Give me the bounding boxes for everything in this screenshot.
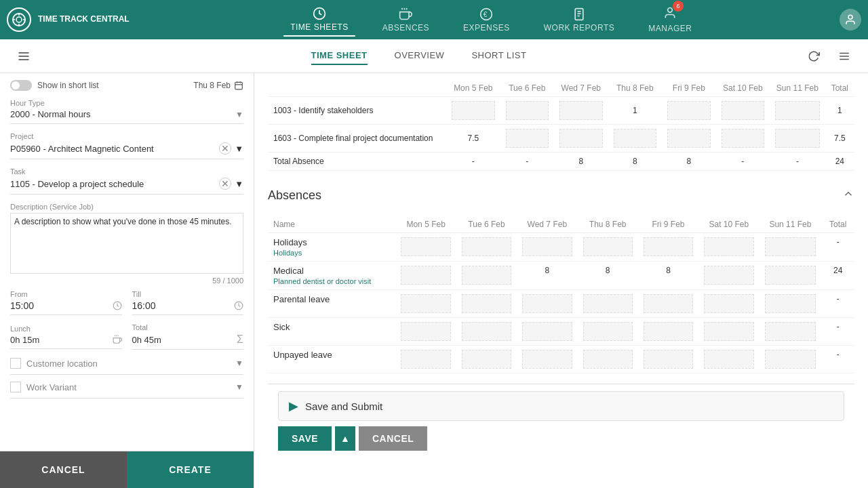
abs-cell-r3-c0[interactable] bbox=[401, 322, 450, 341]
abs-cell-r1-c0[interactable] bbox=[401, 266, 450, 285]
svg-point-1 bbox=[16, 17, 22, 22]
cell-r2-tue[interactable] bbox=[506, 129, 549, 148]
cell-r1-sat[interactable] bbox=[722, 101, 765, 120]
abs-cell-r2-c2[interactable] bbox=[522, 294, 572, 313]
abs-cell-r0-c3[interactable] bbox=[583, 237, 633, 256]
app-name: TIME TRACK CENTRAL bbox=[38, 14, 130, 25]
task-value-row[interactable]: 1105 - Develop a project schedule ✕ ▼ bbox=[10, 178, 243, 195]
save-and-submit-button[interactable]: ▶ Save and Submit bbox=[278, 391, 844, 421]
abs-cell-r0-c4[interactable] bbox=[644, 237, 693, 256]
tab-overview[interactable]: OVERVIEW bbox=[395, 47, 445, 65]
abs-cell-r0-c1[interactable] bbox=[462, 237, 511, 256]
total-fri: 8 bbox=[662, 152, 716, 171]
bottom-action-row: SAVE ▲ CANCEL bbox=[278, 426, 844, 451]
cell-r1-tue[interactable] bbox=[506, 101, 549, 120]
task-clear-button[interactable]: ✕ bbox=[219, 178, 231, 190]
abs-cell-r4-c1[interactable] bbox=[462, 350, 511, 369]
tab-time-sheet[interactable]: TIME SHEET bbox=[311, 47, 368, 65]
till-field: Till 16:00 bbox=[132, 290, 244, 315]
create-button[interactable]: CREATE bbox=[127, 451, 254, 488]
abs-cell-r0-c0[interactable] bbox=[401, 237, 450, 256]
time-row: From 15:00 Till 16:00 bbox=[10, 290, 243, 315]
avatar-button[interactable] bbox=[840, 9, 861, 30]
cell-r2-fri[interactable] bbox=[667, 129, 711, 148]
abs-cell-r1-c5[interactable] bbox=[704, 266, 753, 285]
abs-cell-r3-c5[interactable] bbox=[704, 322, 753, 341]
cell-r1-sun[interactable] bbox=[775, 101, 820, 120]
cell-r2-mon: 7.5 bbox=[446, 125, 500, 152]
nav-expenses[interactable]: € EXPENSES bbox=[456, 4, 517, 36]
from-label: From bbox=[10, 290, 122, 298]
abs-cell-r2-c6[interactable] bbox=[765, 294, 816, 313]
second-nav-tabs: TIME SHEET OVERVIEW SHORT LIST bbox=[41, 47, 797, 65]
lunch-value-row[interactable]: 0h 15m bbox=[10, 335, 122, 349]
work-variant-label: Work Variant bbox=[26, 382, 230, 392]
abs-cell-r4-c4[interactable] bbox=[644, 350, 693, 369]
total-sat: - bbox=[716, 152, 770, 171]
till-value-row[interactable]: 16:00 bbox=[132, 300, 244, 315]
abs-cell-r4-c3[interactable] bbox=[583, 350, 633, 369]
abs-cell-r3-c2[interactable] bbox=[522, 322, 572, 341]
abs-total-r1: 24 bbox=[821, 262, 854, 290]
save-arrow-button[interactable]: ▲ bbox=[335, 426, 355, 451]
cell-r1-fri[interactable] bbox=[667, 101, 711, 120]
nav-work-reports[interactable]: WORK REPORTS bbox=[537, 4, 621, 36]
svg-point-17 bbox=[848, 15, 852, 19]
save-button[interactable]: SAVE bbox=[278, 426, 332, 451]
cell-r1-wed[interactable] bbox=[559, 101, 603, 120]
abs-cell-r0-c6[interactable] bbox=[765, 237, 816, 256]
abs-cell-r4-c2[interactable] bbox=[522, 350, 572, 369]
nav-absences[interactable]: ABSENCES bbox=[376, 4, 436, 36]
abs-cell-r2-c4[interactable] bbox=[644, 294, 693, 313]
hour-type-value-row[interactable]: 2000 - Normal hours ▼ bbox=[10, 109, 243, 124]
abs-cell-r3-c6[interactable] bbox=[765, 322, 816, 341]
work-variant-dropdown-icon: ▼ bbox=[235, 382, 243, 392]
cancel-button-right[interactable]: CANCEL bbox=[359, 426, 427, 451]
nav-manager[interactable]: 6 MANAGER bbox=[642, 3, 698, 37]
save-submit-text: Save and Submit bbox=[305, 401, 382, 412]
col-thu: Thu 8 Feb bbox=[608, 80, 663, 97]
cell-r2-wed[interactable] bbox=[559, 129, 603, 148]
abs-cell-r2-c5[interactable] bbox=[704, 294, 753, 313]
abs-cell-r4-c6[interactable] bbox=[765, 350, 816, 369]
table-header-row: Mon 5 Feb Tue 6 Feb Wed 7 Feb Thu 8 Feb … bbox=[268, 80, 854, 97]
work-variant-checkbox[interactable] bbox=[10, 382, 21, 392]
work-variant-field: Work Variant ▼ bbox=[10, 382, 243, 399]
from-value-row[interactable]: 15:00 bbox=[10, 300, 122, 315]
hour-type-value: 2000 - Normal hours bbox=[10, 109, 91, 119]
nav-time-sheets[interactable]: TIME SHEETS bbox=[283, 3, 355, 37]
menu-button[interactable] bbox=[834, 46, 854, 66]
tab-short-list[interactable]: SHORT LIST bbox=[471, 47, 526, 65]
abs-cell-r3-c4[interactable] bbox=[644, 322, 693, 341]
cell-r1-mon[interactable] bbox=[452, 101, 495, 120]
cell-r2-thu[interactable] bbox=[614, 129, 657, 148]
save-submit-overlay: ▶ Save and Submit SAVE ▲ CANCEL bbox=[268, 384, 854, 458]
absences-table: Name Mon 5 Feb Tue 6 Feb Wed 7 Feb Thu 8… bbox=[268, 216, 854, 373]
abs-cell-r3-c3[interactable] bbox=[583, 322, 633, 341]
hamburger-menu[interactable] bbox=[14, 46, 34, 66]
abs-cell-r3-c1[interactable] bbox=[462, 322, 511, 341]
cell-r2-sun[interactable] bbox=[775, 129, 820, 148]
project-field: Project P05960 - Architect Magnetic Cont… bbox=[10, 132, 243, 159]
abs-cell-r2-c3[interactable] bbox=[583, 294, 633, 313]
total-value: 0h 45m bbox=[132, 335, 161, 345]
abs-cell-r0-c5[interactable] bbox=[704, 237, 753, 256]
absence-row: Unpayed leave- bbox=[268, 346, 854, 373]
abs-cell-r1-c1[interactable] bbox=[462, 266, 511, 285]
description-textarea[interactable]: A description to show what you've done i… bbox=[10, 213, 243, 274]
project-clear-button[interactable]: ✕ bbox=[219, 142, 231, 155]
project-value-row[interactable]: P05960 - Architect Magnetic Content ✕ ▼ bbox=[10, 142, 243, 159]
abs-cell-r2-c1[interactable] bbox=[462, 294, 511, 313]
absences-collapse-button[interactable] bbox=[842, 188, 854, 203]
abs-cell-r1-c6[interactable] bbox=[765, 266, 816, 285]
svg-text:€: € bbox=[484, 11, 488, 18]
refresh-button[interactable] bbox=[804, 46, 824, 66]
abs-cell-r2-c0[interactable] bbox=[401, 294, 450, 313]
show-short-list-toggle[interactable] bbox=[10, 80, 32, 91]
abs-cell-r4-c0[interactable] bbox=[401, 350, 450, 369]
abs-cell-r4-c5[interactable] bbox=[704, 350, 753, 369]
cancel-button-left[interactable]: CANCEL bbox=[0, 451, 127, 488]
abs-cell-r0-c2[interactable] bbox=[522, 237, 572, 256]
customer-location-checkbox[interactable] bbox=[10, 358, 21, 369]
cell-r2-sat[interactable] bbox=[722, 129, 765, 148]
